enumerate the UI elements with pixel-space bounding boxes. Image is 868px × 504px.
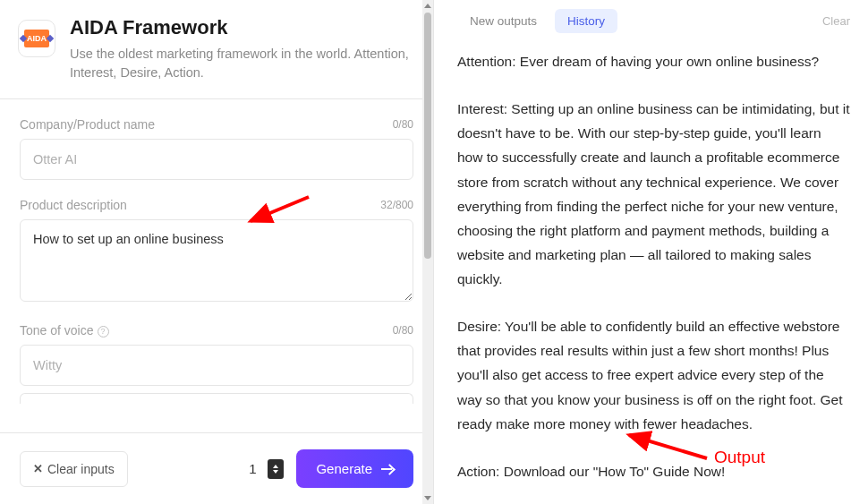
page-title: AIDA Framework bbox=[70, 16, 415, 39]
bottom-bar: ✕ Clear inputs 1 Generate bbox=[0, 432, 433, 504]
company-input[interactable] bbox=[20, 139, 413, 180]
company-field-section: Company/Product name 0/80 bbox=[0, 99, 433, 180]
framework-header: AIDA AIDA Framework Use the oldest marke… bbox=[0, 0, 433, 99]
chevron-up-icon[interactable] bbox=[273, 465, 278, 468]
stepper-arrows[interactable] bbox=[268, 459, 284, 479]
generate-controls: 1 Generate bbox=[244, 449, 413, 488]
scroll-thumb[interactable] bbox=[424, 13, 431, 259]
tone-input[interactable] bbox=[20, 345, 413, 386]
tone-count: 0/80 bbox=[393, 324, 413, 337]
description-count: 32/800 bbox=[380, 199, 413, 211]
left-scroll-area: AIDA AIDA Framework Use the oldest marke… bbox=[0, 0, 433, 432]
close-icon: ✕ bbox=[33, 462, 43, 475]
partial-input[interactable] bbox=[20, 393, 413, 404]
description-label-row: Product description 32/800 bbox=[20, 198, 413, 212]
help-icon[interactable]: ? bbox=[98, 326, 109, 337]
company-label: Company/Product name bbox=[20, 117, 155, 132]
clear-outputs-link[interactable]: Clear bbox=[822, 14, 850, 28]
scroll-down-icon[interactable] bbox=[424, 496, 431, 500]
page-subtitle: Use the oldest marketing framework in th… bbox=[70, 45, 415, 82]
output-interest: Interest: Setting up an online business … bbox=[457, 97, 850, 291]
tone-field-section: Tone of voice? 0/80 bbox=[0, 305, 433, 386]
output-action: Action: Download our "How To" Guide Now! bbox=[457, 459, 850, 483]
scrollbar[interactable] bbox=[422, 0, 433, 504]
description-textarea[interactable]: How to set up an online business bbox=[20, 219, 413, 302]
tab-history[interactable]: History bbox=[555, 9, 617, 33]
quantity-stepper[interactable]: 1 bbox=[244, 459, 284, 479]
company-count: 0/80 bbox=[393, 118, 413, 131]
output-tabs: New outputs History bbox=[457, 9, 617, 33]
scroll-up-icon[interactable] bbox=[424, 4, 431, 8]
output-attention: Attention: Ever dream of having your own… bbox=[457, 49, 850, 73]
chevron-down-icon[interactable] bbox=[273, 470, 278, 474]
quantity-value: 1 bbox=[244, 461, 260, 476]
arrow-right-icon bbox=[381, 465, 394, 474]
company-label-row: Company/Product name 0/80 bbox=[20, 117, 413, 132]
description-field-section: Product description 32/800 How to set up… bbox=[0, 180, 433, 305]
tone-label-row: Tone of voice? 0/80 bbox=[20, 323, 413, 337]
output-body: Attention: Ever dream of having your own… bbox=[457, 40, 850, 504]
tabs-row: New outputs History Clear bbox=[457, 0, 850, 40]
description-label: Product description bbox=[20, 198, 127, 212]
tone-label: Tone of voice? bbox=[20, 323, 109, 337]
output-desire: Desire: You'll be able to confidently bu… bbox=[457, 314, 850, 436]
header-text: AIDA Framework Use the oldest marketing … bbox=[70, 16, 415, 82]
tab-new-outputs[interactable]: New outputs bbox=[457, 9, 549, 33]
generate-button[interactable]: Generate bbox=[296, 449, 413, 488]
right-panel: New outputs History Clear Attention: Eve… bbox=[434, 0, 868, 504]
extra-field-section bbox=[0, 386, 433, 404]
clear-inputs-button[interactable]: ✕ Clear inputs bbox=[20, 451, 128, 487]
left-panel: AIDA AIDA Framework Use the oldest marke… bbox=[0, 0, 434, 504]
aida-icon: AIDA bbox=[24, 30, 49, 47]
aida-icon-box: AIDA bbox=[18, 20, 55, 57]
